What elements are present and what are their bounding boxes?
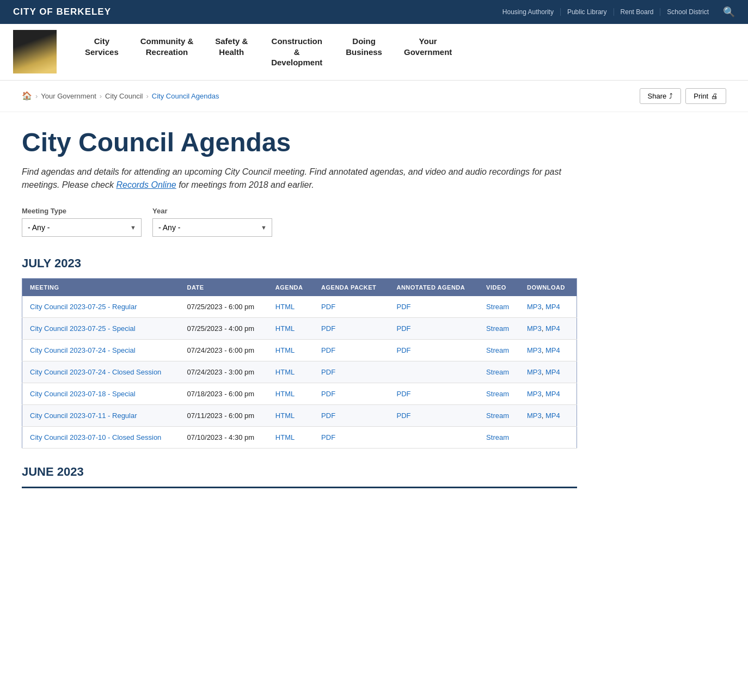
print-button[interactable]: Print 🖨 bbox=[685, 88, 726, 104]
download-mp4-link[interactable]: MP4 bbox=[545, 368, 560, 376]
nav-community-recreation[interactable]: Community &Recreation bbox=[130, 24, 205, 80]
nav-your-government[interactable]: YourGovernment bbox=[393, 24, 463, 80]
agenda-html-link[interactable]: HTML bbox=[275, 412, 295, 420]
table-row: City Council 2023-07-24 - Special07/24/2… bbox=[22, 340, 577, 361]
agenda-table: MEETING DATE AGENDA AGENDA PACKET ANNOTA… bbox=[22, 278, 577, 449]
july-2023-section: JULY 2023 MEETING DATE AGENDA AGENDA PAC… bbox=[22, 256, 577, 449]
nav-construction-development[interactable]: Construction &Development bbox=[259, 24, 335, 80]
download-mp4-link[interactable]: MP4 bbox=[545, 324, 560, 333]
agenda-html-link[interactable]: HTML bbox=[275, 346, 295, 354]
annotated-agenda-link[interactable]: PDF bbox=[396, 412, 410, 420]
meeting-type-filter: Meeting Type - Any - bbox=[22, 207, 142, 237]
june-heading: JUNE 2023 bbox=[22, 465, 577, 479]
table-row: City Council 2023-07-11 - Regular07/11/2… bbox=[22, 405, 577, 427]
col-meeting: MEETING bbox=[22, 279, 180, 297]
annotated-agenda-link[interactable]: PDF bbox=[396, 390, 410, 398]
meeting-link[interactable]: City Council 2023-07-24 - Special bbox=[30, 346, 136, 354]
breadcrumb-bar: 🏠 › Your Government › City Council › Cit… bbox=[0, 81, 748, 112]
download-mp4-link[interactable]: MP4 bbox=[545, 412, 560, 420]
col-annotated-agenda: ANNOTATED AGENDA bbox=[389, 279, 479, 297]
nav-safety-health[interactable]: Safety &Health bbox=[204, 24, 259, 80]
home-icon[interactable]: 🏠 bbox=[22, 91, 32, 101]
meeting-date: 07/25/2023 - 4:00 pm bbox=[180, 318, 268, 340]
meeting-type-label: Meeting Type bbox=[22, 207, 142, 215]
download-mp3-link[interactable]: MP3 bbox=[527, 346, 542, 354]
breadcrumb-your-government[interactable]: Your Government bbox=[41, 92, 96, 100]
annotated-agenda-link[interactable]: PDF bbox=[396, 324, 410, 333]
page-title: City Council Agendas bbox=[22, 128, 577, 157]
meeting-link[interactable]: City Council 2023-07-10 - Closed Session bbox=[30, 433, 161, 441]
video-stream-link[interactable]: Stream bbox=[486, 346, 509, 354]
year-select[interactable]: - Any - bbox=[152, 218, 272, 237]
agenda-html-link[interactable]: HTML bbox=[275, 390, 295, 398]
download-mp4-link[interactable]: MP4 bbox=[545, 346, 560, 354]
nav-city-services[interactable]: CityServices bbox=[74, 24, 130, 80]
agenda-packet-link[interactable]: PDF bbox=[321, 412, 335, 420]
meeting-link[interactable]: City Council 2023-07-25 - Regular bbox=[30, 303, 137, 311]
meeting-date: 07/25/2023 - 6:00 pm bbox=[180, 296, 268, 318]
print-icon: 🖨 bbox=[711, 92, 718, 100]
video-stream-link[interactable]: Stream bbox=[486, 390, 509, 398]
records-online-link[interactable]: Records Online bbox=[116, 180, 176, 189]
agenda-html-link[interactable]: HTML bbox=[275, 433, 295, 441]
video-stream-link[interactable]: Stream bbox=[486, 433, 509, 441]
top-bar-links: Housing Authority Public Library Rent Bo… bbox=[496, 6, 735, 18]
share-icon: ⤴ bbox=[669, 92, 673, 100]
meeting-type-select[interactable]: - Any - bbox=[22, 218, 142, 237]
agenda-packet-link[interactable]: PDF bbox=[321, 433, 335, 441]
table-body: City Council 2023-07-25 - Regular07/25/2… bbox=[22, 296, 577, 449]
col-agenda: AGENDA bbox=[268, 279, 314, 297]
agenda-packet-link[interactable]: PDF bbox=[321, 303, 335, 311]
annotated-agenda-link[interactable]: PDF bbox=[396, 346, 410, 354]
agenda-packet-link[interactable]: PDF bbox=[321, 346, 335, 354]
nav-doing-business[interactable]: DoingBusiness bbox=[335, 24, 393, 80]
download-mp3-link[interactable]: MP3 bbox=[527, 324, 542, 333]
annotated-agenda-link[interactable]: PDF bbox=[396, 303, 410, 311]
download-mp3-link[interactable]: MP3 bbox=[527, 303, 542, 311]
year-filter: Year - Any - bbox=[152, 207, 272, 237]
breadcrumb-actions: Share ⤴ Print 🖨 bbox=[640, 88, 726, 104]
download-mp3-link[interactable]: MP3 bbox=[527, 390, 542, 398]
breadcrumb-current: City Council Agendas bbox=[152, 92, 219, 100]
meeting-link[interactable]: City Council 2023-07-24 - Closed Session bbox=[30, 368, 161, 376]
agenda-html-link[interactable]: HTML bbox=[275, 303, 295, 311]
year-label: Year bbox=[152, 207, 272, 215]
agenda-packet-link[interactable]: PDF bbox=[321, 390, 335, 398]
agenda-packet-link[interactable]: PDF bbox=[321, 368, 335, 376]
search-icon[interactable]: 🔍 bbox=[723, 6, 735, 18]
rent-board-link[interactable]: Rent Board bbox=[614, 8, 661, 16]
school-district-link[interactable]: School District bbox=[660, 8, 715, 16]
agenda-packet-link[interactable]: PDF bbox=[321, 324, 335, 333]
table-row: City Council 2023-07-18 - Special07/18/2… bbox=[22, 383, 577, 405]
table-row: City Council 2023-07-24 - Closed Session… bbox=[22, 361, 577, 383]
agenda-html-link[interactable]: HTML bbox=[275, 324, 295, 333]
share-button[interactable]: Share ⤴ bbox=[640, 88, 682, 104]
meeting-date: 07/10/2023 - 4:30 pm bbox=[180, 427, 268, 449]
housing-authority-link[interactable]: Housing Authority bbox=[496, 8, 561, 16]
meeting-type-select-wrapper: - Any - bbox=[22, 218, 142, 237]
breadcrumb-city-council[interactable]: City Council bbox=[105, 92, 143, 100]
video-stream-link[interactable]: Stream bbox=[486, 303, 509, 311]
table-row: City Council 2023-07-25 - Special07/25/2… bbox=[22, 318, 577, 340]
main-nav: CityServices Community &Recreation Safet… bbox=[0, 24, 748, 81]
col-date: DATE bbox=[180, 279, 268, 297]
meeting-date: 07/24/2023 - 6:00 pm bbox=[180, 340, 268, 361]
desc-end: for meetings from 2018 and earlier. bbox=[176, 180, 314, 189]
download-mp3-link[interactable]: MP3 bbox=[527, 368, 542, 376]
video-stream-link[interactable]: Stream bbox=[486, 324, 509, 333]
june-divider bbox=[22, 487, 577, 488]
meeting-link[interactable]: City Council 2023-07-25 - Special bbox=[30, 324, 136, 333]
video-stream-link[interactable]: Stream bbox=[486, 368, 509, 376]
meeting-link[interactable]: City Council 2023-07-18 - Special bbox=[30, 390, 136, 398]
public-library-link[interactable]: Public Library bbox=[561, 8, 614, 16]
meeting-link[interactable]: City Council 2023-07-11 - Regular bbox=[30, 412, 137, 420]
col-video: VIDEO bbox=[479, 279, 519, 297]
download-mp4-link[interactable]: MP4 bbox=[545, 390, 560, 398]
table-header: MEETING DATE AGENDA AGENDA PACKET ANNOTA… bbox=[22, 279, 577, 297]
agenda-html-link[interactable]: HTML bbox=[275, 368, 295, 376]
page-description: Find agendas and details for attending a… bbox=[22, 165, 577, 192]
download-mp3-link[interactable]: MP3 bbox=[527, 412, 542, 420]
july-heading: JULY 2023 bbox=[22, 256, 577, 271]
download-mp4-link[interactable]: MP4 bbox=[545, 303, 560, 311]
video-stream-link[interactable]: Stream bbox=[486, 412, 509, 420]
